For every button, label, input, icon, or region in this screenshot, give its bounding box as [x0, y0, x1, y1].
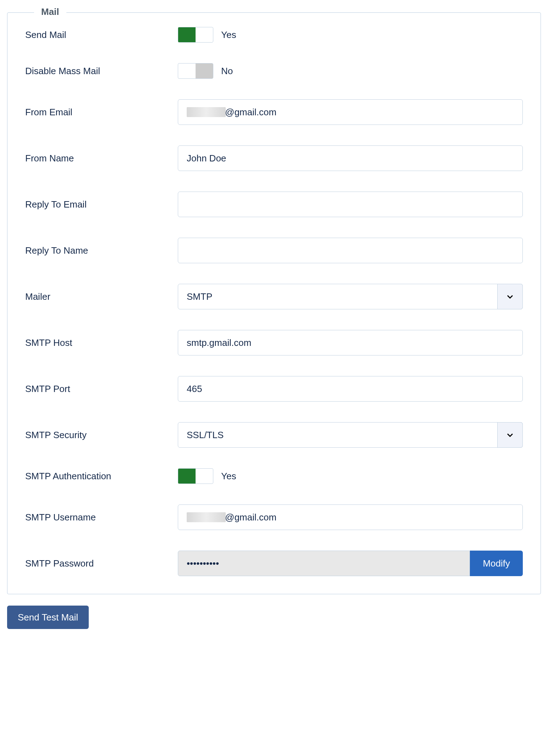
redacted-mask [187, 107, 226, 117]
smtp-username-input[interactable]: @gmail.com [178, 504, 523, 530]
from-email-input[interactable]: @gmail.com [178, 99, 523, 125]
smtp-security-label: SMTP Security [25, 430, 178, 441]
smtp-auth-toggle[interactable] [178, 468, 213, 484]
smtp-password-row: SMTP Password Modify [25, 551, 523, 576]
smtp-port-row: SMTP Port [25, 376, 523, 402]
modify-password-button[interactable]: Modify [470, 551, 523, 576]
reply-to-name-label: Reply To Name [25, 245, 178, 256]
smtp-host-label: SMTP Host [25, 337, 178, 348]
send-mail-value: Yes [221, 29, 236, 40]
send-test-mail-button[interactable]: Send Test Mail [7, 606, 89, 629]
from-name-row: From Name [25, 145, 523, 171]
fieldset-legend: Mail [34, 6, 66, 17]
smtp-auth-row: SMTP Authentication Yes [25, 468, 523, 484]
reply-to-email-row: Reply To Email [25, 192, 523, 217]
smtp-security-row: SMTP Security [25, 422, 523, 448]
smtp-password-input [178, 551, 470, 576]
mailer-row: Mailer [25, 284, 523, 309]
smtp-username-suffix: @gmail.com [225, 512, 276, 523]
reply-to-email-input[interactable] [178, 192, 523, 217]
mailer-label: Mailer [25, 291, 178, 302]
disable-mass-mail-label: Disable Mass Mail [25, 66, 178, 77]
smtp-security-select[interactable] [178, 422, 523, 448]
smtp-host-input[interactable] [178, 330, 523, 355]
disable-mass-mail-row: Disable Mass Mail No [25, 63, 523, 79]
redacted-mask [187, 512, 226, 522]
smtp-auth-value: Yes [221, 471, 236, 482]
smtp-username-row: SMTP Username @gmail.com [25, 504, 523, 530]
send-mail-toggle[interactable] [178, 27, 213, 43]
smtp-auth-label: SMTP Authentication [25, 471, 178, 482]
smtp-port-input[interactable] [178, 376, 523, 402]
smtp-username-label: SMTP Username [25, 512, 178, 523]
send-mail-row: Send Mail Yes [25, 27, 523, 43]
from-name-input[interactable] [178, 145, 523, 171]
from-email-row: From Email @gmail.com [25, 99, 523, 125]
mail-fieldset: Mail Send Mail Yes Disable Mass Mail No … [7, 12, 541, 594]
reply-to-name-input[interactable] [178, 238, 523, 263]
reply-to-email-label: Reply To Email [25, 199, 178, 210]
from-name-label: From Name [25, 153, 178, 164]
disable-mass-mail-toggle[interactable] [178, 63, 213, 79]
send-mail-label: Send Mail [25, 29, 178, 40]
smtp-port-label: SMTP Port [25, 383, 178, 394]
reply-to-name-row: Reply To Name [25, 238, 523, 263]
smtp-host-row: SMTP Host [25, 330, 523, 355]
smtp-password-label: SMTP Password [25, 558, 178, 569]
disable-mass-mail-value: No [221, 66, 233, 77]
from-email-label: From Email [25, 107, 178, 118]
mailer-select[interactable] [178, 284, 523, 309]
from-email-suffix: @gmail.com [225, 107, 276, 118]
